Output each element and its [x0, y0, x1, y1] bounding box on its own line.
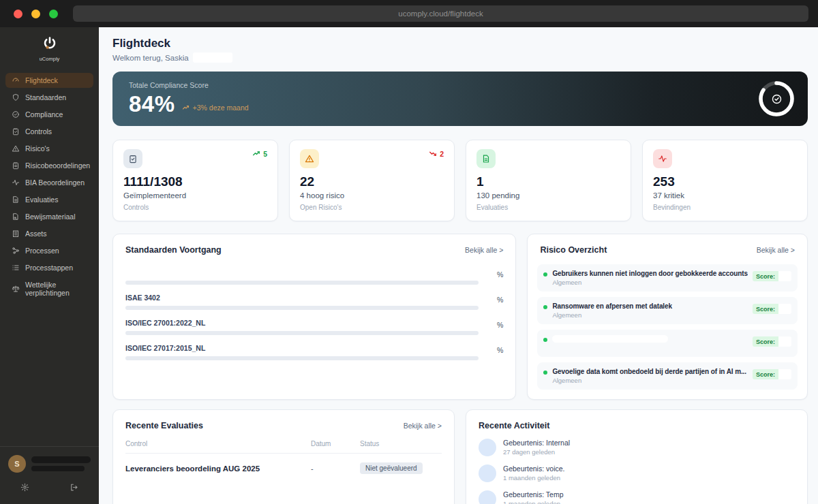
- risk-list-item[interactable]: Score:: [537, 330, 798, 357]
- risk-category: Algemeen: [552, 311, 748, 319]
- logo-label: uComply: [40, 56, 60, 62]
- recent-evaluations-card: Recente Evaluaties Bekijk alle > Control…: [112, 409, 455, 504]
- card-title: Risico Overzicht: [540, 245, 607, 255]
- risk-title: Gevoelige data komt onbedoeld bij derde …: [552, 368, 748, 375]
- progress-bar: [125, 281, 479, 285]
- trending-down-icon: [429, 149, 438, 158]
- risk-status-dot: [543, 305, 547, 309]
- sidebar-nav: Flightdeck Standaarden Compliance Contro…: [0, 69, 99, 446]
- sidebar-footer: S: [0, 446, 99, 504]
- score-value-redaction: [778, 304, 791, 314]
- sidebar-item-bia-beoordelingen[interactable]: BIA Beoordelingen: [5, 175, 93, 190]
- building-icon: [12, 230, 20, 238]
- stat-card-evaluaties[interactable]: 1 130 pending Evaluaties: [466, 140, 631, 221]
- risk-status-dot: [543, 272, 547, 277]
- traffic-lights: [14, 10, 58, 18]
- sidebar-item-risicos[interactable]: Risico's: [5, 141, 93, 156]
- user-info-redacted: [31, 456, 91, 471]
- stat-label: Bevindingen: [653, 204, 797, 211]
- view-all-standards-link[interactable]: Bekijk alle >: [465, 246, 503, 254]
- main-content: Flightdeck Welkom terug, Saskia Totale C…: [99, 27, 818, 504]
- sidebar-item-label: Flightdeck: [25, 76, 58, 84]
- risk-title: Ransomware en afpersen met datalek: [552, 302, 748, 310]
- standard-progress-row: ISO/IEC 27017:2015_NL %: [125, 344, 503, 360]
- stat-value: 1: [476, 174, 620, 189]
- sidebar-item-label: Wettelijke verplichtingen: [25, 281, 87, 297]
- stat-value: 22: [300, 174, 444, 189]
- standard-progress-row: ISO/IEC 27001:2022_NL %: [125, 319, 503, 335]
- logout-icon[interactable]: [70, 482, 78, 494]
- address-bar[interactable]: ucomply.cloud/flightdeck: [73, 5, 808, 22]
- view-all-evaluations-link[interactable]: Bekijk alle >: [404, 422, 442, 430]
- activity-icon: [12, 178, 20, 187]
- sidebar-item-processen[interactable]: Processen: [5, 243, 93, 258]
- clipboard-check-icon: [123, 149, 142, 168]
- risk-category: Algemeen: [552, 279, 748, 286]
- recent-activity-card: Recente Activiteit Gebeurtenis: Internal…: [466, 409, 808, 504]
- card-title: Recente Activiteit: [479, 421, 549, 430]
- sidebar-item-wettelijke-verplichtingen[interactable]: Wettelijke verplichtingen: [5, 277, 93, 300]
- standard-percent: %: [488, 270, 503, 285]
- sidebar-item-compliance[interactable]: Compliance: [5, 107, 93, 122]
- ucomply-logo-icon: [42, 35, 58, 54]
- table-header: Control Datum Status: [125, 440, 442, 454]
- settings-gear-icon[interactable]: [20, 482, 29, 494]
- column-control: Control: [125, 440, 311, 447]
- activity-item[interactable]: Gebeurtenis: Internal 27 dagen geleden: [479, 439, 795, 456]
- stat-subtitle: Geïmplementeerd: [123, 191, 267, 200]
- sidebar-item-processtappen[interactable]: Processtappen: [5, 260, 93, 275]
- score-badge: Score:: [753, 369, 791, 379]
- column-status: Status: [360, 440, 442, 447]
- user-profile[interactable]: S: [8, 455, 91, 473]
- sidebar-item-standaarden[interactable]: Standaarden: [5, 90, 93, 105]
- trending-up-icon: [182, 104, 190, 112]
- minimize-window-button[interactable]: [31, 10, 40, 18]
- risk-title: Gebruikers kunnen niet inloggen door geb…: [552, 270, 748, 277]
- score-badge: Score:: [753, 271, 791, 281]
- view-all-risks-link[interactable]: Bekijk alle >: [757, 246, 795, 254]
- clipboard-check-icon: [12, 127, 20, 136]
- close-window-button[interactable]: [14, 10, 22, 18]
- activity-event-icon: [479, 464, 496, 482]
- standard-name: [125, 268, 479, 277]
- document-icon: [476, 149, 496, 168]
- score-value-redaction: [778, 369, 791, 379]
- standard-percent: %: [488, 346, 503, 360]
- activity-title: Gebeurtenis: Internal: [503, 439, 570, 447]
- sidebar-item-label: Risicobeoordelingen: [25, 161, 90, 170]
- maximize-window-button[interactable]: [49, 10, 58, 18]
- scale-icon: [12, 285, 20, 293]
- stat-subtitle: 130 pending: [476, 191, 620, 200]
- sidebar-item-flightdeck[interactable]: Flightdeck: [5, 73, 93, 88]
- sidebar-item-assets[interactable]: Assets: [5, 226, 93, 241]
- sidebar-item-label: Processen: [25, 247, 59, 255]
- banner-trend-text: +3% deze maand: [193, 104, 249, 112]
- trending-up-icon: [252, 149, 261, 158]
- sidebar-item-evaluaties[interactable]: Evaluaties: [5, 192, 93, 207]
- stat-label: Evaluaties: [476, 204, 620, 211]
- stat-card-open-risicos[interactable]: 2 22 4 hoog risico Open Risico's: [289, 140, 455, 221]
- sidebar-item-bewijsmateriaal[interactable]: Bewijsmateriaal: [5, 209, 93, 224]
- card-title: Standaarden Voortgang: [125, 245, 222, 255]
- sidebar-item-controls[interactable]: Controls: [5, 124, 93, 139]
- sidebar-item-risicobeoordelingen[interactable]: Risicobeoordelingen: [5, 158, 93, 173]
- sidebar-item-label: Evaluaties: [25, 195, 58, 204]
- risk-list-item[interactable]: Gebruikers kunnen niet inloggen door geb…: [537, 264, 798, 292]
- file-text-icon: [12, 195, 20, 204]
- risk-title-redaction: [552, 335, 668, 343]
- column-datum: Datum: [311, 440, 360, 447]
- stat-card-controls[interactable]: 5 1111/1308 Geïmplementeerd Controls: [112, 140, 278, 221]
- stat-card-bevindingen[interactable]: 253 37 kritiek Bevindingen: [642, 140, 808, 221]
- activity-item[interactable]: Gebeurtenis: Temp 1 maanden geleden: [479, 490, 795, 504]
- table-row[interactable]: Leveranciers beoordeling AUG 2025 - Niet…: [125, 454, 442, 483]
- activity-item[interactable]: Gebeurtenis: voice. 1 maanden geleden: [479, 464, 795, 482]
- risk-list-item[interactable]: Ransomware en afpersen met datalek Algem…: [537, 297, 798, 324]
- progress-bar: [125, 306, 479, 310]
- card-title: Recente Evaluaties: [125, 421, 203, 430]
- clipboard-list-icon: [12, 161, 20, 170]
- stat-value: 1111/1308: [123, 174, 267, 189]
- standard-name: ISO/IEC 27001:2022_NL: [125, 319, 479, 328]
- risk-list-item[interactable]: Gevoelige data komt onbedoeld bij derde …: [537, 362, 798, 390]
- check-circle-icon: [759, 81, 794, 116]
- risk-overview-card: Risico Overzicht Bekijk alle > Gebruiker…: [527, 234, 808, 400]
